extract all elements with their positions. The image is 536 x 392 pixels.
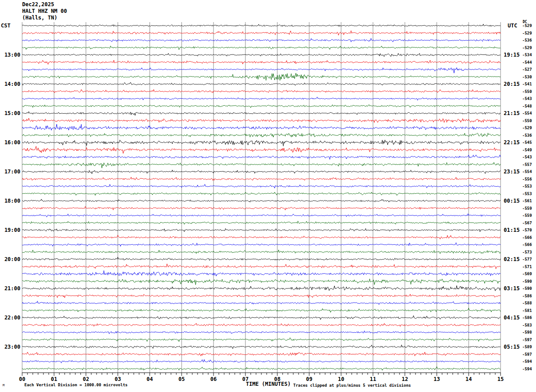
- seismo-trace-red-5: [22, 60, 501, 64]
- seismo-trace-red-37: [22, 294, 501, 298]
- seismo-trace-black-28: [22, 228, 501, 232]
- cst-hour-label: 14:00: [0, 81, 20, 87]
- utc-hour-label: 01:15: [504, 227, 520, 233]
- dc-offset-value: -557: [522, 162, 532, 167]
- dc-offset-value: -586: [522, 315, 532, 320]
- seismo-trace-black-32: [22, 257, 501, 261]
- utc-hour-label: 00:15: [504, 198, 520, 204]
- dc-offset-value: -529: [522, 46, 532, 50]
- seismo-trace-black-12: [22, 111, 501, 115]
- dc-offset-value: -586: [522, 294, 532, 298]
- dc-offset-value: -549: [522, 148, 532, 152]
- seismo-trace-black-44: [22, 345, 501, 349]
- seismo-trace-red-25: [22, 207, 501, 210]
- cst-hour-label: 23:00: [0, 344, 20, 350]
- dc-offset-value: -553: [522, 192, 532, 196]
- seismo-trace-blue-18: [22, 155, 501, 159]
- dc-offset-value: -534: [522, 53, 532, 57]
- seismo-trace-green-39: [22, 308, 501, 312]
- x-tick-label: 10: [335, 377, 347, 382]
- dc-offset-value: -559: [522, 213, 532, 218]
- seismo-trace-red-29: [22, 235, 501, 239]
- utc-hour-label: 05:15: [504, 344, 520, 350]
- seismo-trace-blue-38: [22, 301, 501, 305]
- dc-offset-value: -548: [522, 104, 532, 108]
- seismo-trace-green-31: [22, 250, 501, 254]
- seismo-trace-red-21: [22, 177, 501, 181]
- seismo-trace-red-9: [22, 89, 501, 93]
- dc-offset-value: -527: [522, 67, 532, 72]
- utc-hour-label: 22:15: [504, 139, 520, 146]
- dc-offset-value: -530: [522, 75, 532, 79]
- dc-offset-value: -543: [522, 96, 532, 101]
- x-tick-label: 02: [80, 377, 92, 382]
- dc-offset-value: -559: [522, 206, 532, 211]
- x-tick-label: 00: [16, 377, 28, 382]
- dc-offset-value: -581: [522, 308, 532, 313]
- seismo-trace-blue-22: [22, 184, 501, 188]
- utc-hour-label: 03:15: [504, 285, 520, 292]
- dc-offset-value: -583: [522, 323, 532, 327]
- dc-offset-value: -594: [522, 359, 532, 364]
- seismo-trace-green-11: [22, 104, 501, 108]
- seismo-trace-black-0: [22, 24, 501, 27]
- seismo-trace-black-8: [22, 82, 501, 85]
- seismo-trace-green-43: [22, 338, 501, 342]
- seismo-trace-blue-14: [22, 124, 501, 131]
- x-tick-label: 05: [175, 377, 188, 382]
- dc-offset-value: -529: [522, 23, 532, 28]
- seismo-trace-red-13: [22, 118, 501, 123]
- cst-hour-label: 16:00: [0, 139, 20, 146]
- dc-offset-value: -589: [522, 345, 532, 349]
- seismo-trace-black-16: [22, 140, 501, 146]
- seismo-trace-green-15: [22, 133, 501, 137]
- seismo-trace-blue-42: [22, 331, 501, 334]
- x-tick-label: 14: [462, 377, 475, 382]
- x-tick-label: 09: [303, 377, 315, 382]
- seismo-trace-blue-30: [22, 242, 501, 246]
- utc-hour-label: 23:15: [504, 169, 520, 175]
- x-tick-label: 11: [367, 377, 379, 382]
- helicorder-page: Dec22,2025 HALT HHZ NM 00 (Halls, TN) CS…: [0, 0, 536, 392]
- seismo-trace-red-17: [22, 146, 501, 154]
- utc-hour-label: 19:15: [504, 52, 520, 58]
- x-tick-label: 03: [112, 377, 124, 382]
- dc-offset-value: -544: [522, 60, 532, 65]
- seismo-trace-green-27: [22, 221, 501, 224]
- clip-note: Traces clipped at plus/minus 5 vertical …: [293, 383, 411, 388]
- x-tick-label: 04: [144, 377, 156, 382]
- seismo-trace-black-4: [22, 54, 501, 57]
- cst-hour-label: 21:00: [0, 285, 20, 292]
- dc-offset-value: -536: [522, 38, 532, 42]
- dc-offset-value: -598: [522, 330, 532, 334]
- dc-offset-value: -554: [522, 169, 532, 174]
- cst-hour-label: 18:00: [0, 198, 20, 204]
- dc-offset-value: -597: [522, 352, 532, 357]
- dc-offset-value: -570: [522, 228, 532, 232]
- seismo-trace-red-41: [22, 323, 501, 327]
- dc-offset-value: -577: [522, 257, 532, 261]
- x-tick-label: 06: [207, 377, 220, 382]
- seismo-trace-blue-46: [22, 360, 501, 363]
- utc-hour-label: 20:15: [504, 81, 520, 87]
- dc-offset-value: -529: [522, 126, 532, 130]
- xaxis-title: TIME (MINUTES): [246, 381, 291, 387]
- dc-offset-value: -590: [522, 279, 532, 284]
- dc-offset-value: -541: [522, 82, 532, 86]
- dc-offset-value: -553: [522, 184, 532, 188]
- cst-hour-label: 19:00: [0, 227, 20, 233]
- scale-note: Each Vertical Division = 1000.00 microvo…: [24, 383, 128, 387]
- seismo-trace-blue-10: [22, 97, 501, 100]
- dc-offset-value: -566: [522, 242, 532, 247]
- x-tick-label: 15: [494, 377, 507, 382]
- utc-hour-label: 04:15: [504, 315, 520, 321]
- x-tick-label: 13: [431, 377, 443, 382]
- dc-offset-value: -545: [522, 140, 532, 145]
- seismo-trace-black-36: [22, 286, 501, 291]
- seismo-trace-blue-6: [22, 68, 501, 73]
- x-tick-label: 12: [399, 377, 411, 382]
- seismo-trace-green-23: [22, 192, 501, 195]
- seismo-trace-red-33: [22, 264, 501, 269]
- dc-offset-value: -566: [522, 235, 532, 240]
- dc-offset-value: -536: [522, 133, 532, 138]
